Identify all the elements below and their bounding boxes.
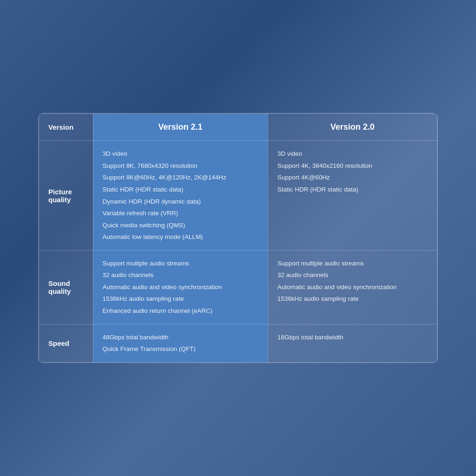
list-item: Support 8K@60Hz, 4K@120Hz, 2K@144Hz: [103, 173, 258, 182]
list-item: 3D video: [278, 149, 428, 159]
list-item: Variable refresh rate (VRR): [103, 209, 258, 218]
header-version-21: Version 2.1: [93, 114, 268, 141]
list-item: Support 8K, 7680x4320 resolution: [103, 161, 258, 171]
list-item: 3D video: [103, 149, 258, 159]
header-version-20: Version 2.0: [268, 114, 437, 141]
row-label-1: Sound quality: [39, 250, 93, 324]
row-v20-0: 3D videoSupport 4K, 3840x2160 resolution…: [268, 141, 437, 251]
list-item: Dynamic HDR (HDR dynamic data): [103, 197, 258, 206]
list-item: Support multiple audio streams: [103, 259, 258, 268]
list-item: 1536kHz audio sampling rate: [278, 294, 428, 304]
row-v21-0: 3D videoSupport 8K, 7680x4320 resolution…: [93, 141, 268, 251]
list-item: Support multiple audio streams: [278, 259, 428, 268]
list-item: Quick media switching (QMS): [103, 221, 258, 230]
row-v21-1: Support multiple audio streams32 audio c…: [93, 250, 268, 324]
list-item: Static HDR (HDR static data): [278, 185, 428, 194]
list-item: Static HDR (HDR static data): [103, 185, 258, 194]
list-item: Automatic audio and video synchronizatio…: [278, 283, 428, 292]
comparison-table-wrapper: Version Version 2.1 Version 2.0 Picture …: [38, 113, 438, 363]
list-item: Support 4K, 3840x2160 resolution: [278, 161, 428, 171]
list-item: 32 audio channels: [103, 271, 258, 280]
list-item: 48Gbps total bandwidth: [103, 333, 258, 342]
list-item: 18Gbps total bandwidth: [278, 333, 428, 342]
row-label-0: Picture quality: [39, 141, 93, 251]
list-item: 32 audio channels: [278, 271, 428, 280]
list-item: Enhanced audio return channel (eARC): [103, 306, 258, 316]
header-version-label: Version: [39, 114, 93, 141]
list-item: 1536kHz audio sampling rate: [103, 294, 258, 304]
row-v20-2: 18Gbps total bandwidth: [268, 324, 437, 362]
comparison-table: Version Version 2.1 Version 2.0 Picture …: [39, 113, 437, 362]
row-v20-1: Support multiple audio streams32 audio c…: [268, 250, 437, 324]
row-v21-2: 48Gbps total bandwidthQuick Frame Transm…: [93, 324, 268, 362]
list-item: Quick Frame Transmission (QFT): [103, 344, 258, 354]
row-label-2: Speed: [39, 324, 93, 362]
list-item: Automatic audio and video synchronizatio…: [103, 283, 258, 292]
list-item: Automatic low latency mode (ALLM): [103, 232, 258, 242]
list-item: Support 4K@60Hz: [278, 173, 428, 182]
